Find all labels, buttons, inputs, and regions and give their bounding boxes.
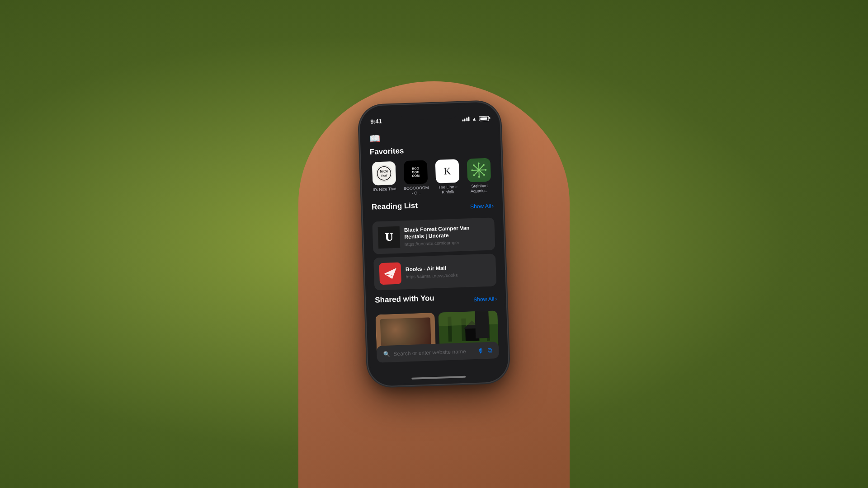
nice-that-icon: NiCe ThaT: [372, 161, 396, 186]
airmail-info: Books - Air Mail https://airmail.news/bo…: [406, 263, 491, 279]
search-icon: 🔍: [383, 351, 390, 357]
steinhart-logo-svg: [470, 161, 488, 179]
svg-point-23: [409, 332, 420, 340]
steinhart-icon: [467, 158, 491, 183]
svg-text:NiCe: NiCe: [380, 169, 388, 174]
signal-bars-icon: [462, 117, 470, 122]
status-icons: ▲: [462, 116, 489, 122]
favorites-section: Favorites NiCe ThaT: [362, 143, 500, 197]
svg-point-21: [385, 317, 426, 346]
book-icon: 📖: [369, 133, 381, 144]
airmail-thumbnail: [379, 262, 401, 285]
favorite-item-boooooom[interactable]: BOO OOO OOM BOOOOOOM - C…: [402, 160, 430, 196]
status-time: 9:41: [370, 118, 382, 125]
steinhart-label: Steinhart Aquariu…: [466, 183, 493, 194]
reading-list-show-all[interactable]: Show All ›: [470, 202, 494, 210]
reading-list-section: Reading List Show All › 𝐔: [364, 198, 504, 290]
wifi-icon: ▲: [472, 116, 476, 122]
phone-screen: 9:41 ▲: [361, 103, 507, 385]
reading-item-airmail[interactable]: Books - Air Mail https://airmail.news/bo…: [373, 253, 496, 290]
signal-bar-3: [466, 117, 467, 121]
chevron-right-icon: ›: [492, 202, 494, 209]
favorite-item-kinfolk[interactable]: K The Line – Kinfolk: [434, 159, 462, 195]
search-placeholder: Search or enter website name: [393, 348, 474, 357]
battery-fill: [480, 117, 487, 120]
svg-text:ThaT: ThaT: [381, 174, 387, 177]
shared-chevron-icon: ›: [495, 296, 497, 302]
favorite-item-nice-that[interactable]: NiCe ThaT It's Nice That: [370, 161, 399, 197]
scene: 9:41 ▲: [0, 0, 868, 488]
svg-point-24: [403, 321, 412, 328]
svg-rect-28: [475, 314, 480, 341]
boooooom-text: BOO OOO OOM: [412, 167, 420, 178]
safari-content: 📖 Favorites NiCe: [362, 123, 507, 385]
boooooom-label: BOOOOOOM - C…: [403, 185, 430, 196]
shared-show-all[interactable]: Show All ›: [473, 296, 497, 303]
svg-point-22: [387, 323, 401, 332]
uncrate-logo: 𝐔: [378, 226, 401, 249]
reading-list-title: Reading List: [372, 201, 418, 212]
svg-rect-32: [439, 310, 498, 326]
battery-icon: [479, 116, 489, 121]
tabs-icon[interactable]: ⧉: [488, 347, 493, 354]
svg-rect-30: [465, 327, 479, 341]
favorite-item-steinhart[interactable]: Steinhart Aquariu…: [465, 158, 493, 194]
kinfolk-label: The Line – Kinfolk: [434, 184, 462, 195]
kinfolk-icon: K: [435, 159, 460, 183]
show-all-label: Show All: [470, 202, 491, 210]
favorites-grid: NiCe ThaT It's Nice That: [370, 158, 494, 197]
svg-marker-18: [384, 268, 397, 279]
uncrate-info: Black Forest Camper Van Rentals | Uncrat…: [404, 224, 490, 247]
phone-frame: 9:41 ▲: [359, 102, 509, 386]
nice-that-label: It's Nice That: [373, 187, 396, 192]
home-indicator: [411, 376, 466, 380]
uncrate-thumbnail: 𝐔: [378, 226, 401, 249]
signal-bar-2: [464, 118, 465, 121]
reading-item-uncrate[interactable]: 𝐔 Black Forest Camper Van Rentals | Uncr…: [372, 217, 495, 254]
shared-show-all-label: Show All: [473, 296, 494, 303]
shared-with-you-title: Shared with You: [375, 294, 434, 305]
airmail-logo-svg: [382, 265, 399, 282]
notch: [400, 105, 459, 121]
boooooom-icon: BOO OOO OOM: [404, 160, 428, 184]
uncrate-title: Black Forest Camper Van Rentals | Uncrat…: [404, 224, 490, 241]
reading-list-header: Reading List Show All ›: [372, 198, 494, 217]
nice-that-logo-svg: NiCe ThaT: [375, 164, 393, 183]
search-right-icons: 🎙 ⧉: [478, 347, 493, 355]
microphone-icon[interactable]: 🎙: [478, 347, 485, 354]
signal-bar-4: [468, 117, 469, 121]
signal-bar-1: [462, 120, 463, 122]
shared-with-you-header: Shared with You Show All ›: [375, 291, 497, 310]
